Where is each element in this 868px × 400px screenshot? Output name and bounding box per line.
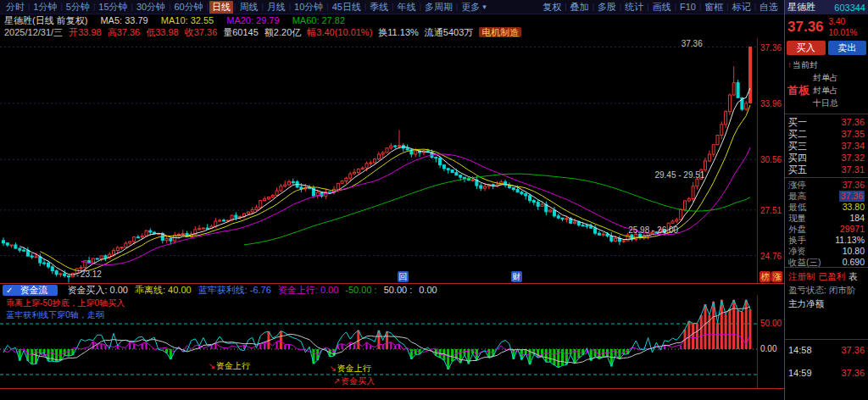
bid-row-3: 买三37.34 <box>788 140 865 152</box>
period-toolbar: 分时|1分钟|5分钟|15分钟|30分钟|60分钟|日线|周线|月线|10分钟|… <box>0 0 784 14</box>
signal-text: 资金买入 <box>341 376 375 386</box>
bid-label: 买一 <box>788 116 807 128</box>
ohlc-part-4: 收37.36 <box>185 27 218 37</box>
bid-price: 37.31 <box>841 164 865 175</box>
stat-label: 净资 <box>788 246 806 257</box>
stat-label: 换手 <box>788 235 806 246</box>
stat-row-外盘: 外盘29971 <box>788 224 865 235</box>
sidebar-divider <box>785 177 868 178</box>
period-tab-月线[interactable]: 月线 <box>264 1 288 14</box>
price-block: 37.36 3.40 10.01% <box>787 16 866 40</box>
ohlc-part-2: 高37.36 <box>108 27 141 37</box>
seal-rows: 封单占封单占十日总 <box>813 71 838 109</box>
chart-title: 星德胜(日线 前复权) <box>4 15 87 25</box>
seal-row-2: 十日总 <box>813 97 838 109</box>
event-marker-财[interactable]: 财 <box>511 271 522 282</box>
signal-label-2: ↗资金买入 <box>333 375 375 387</box>
tick-time: 14:58 <box>788 344 812 356</box>
stat-value: 184 <box>849 213 865 224</box>
period-tab-45日线[interactable]: 45日线 <box>330 1 364 14</box>
period-tab-季线[interactable]: 季线 <box>367 1 391 14</box>
reg-part-2[interactable]: 表 <box>849 271 858 281</box>
tool-F10[interactable]: F10 <box>677 2 698 12</box>
stock-trading-terminal: 分时|1分钟|5分钟|15分钟|30分钟|60分钟|日线|周线|月线|10分钟|… <box>0 0 868 400</box>
buy-button[interactable]: 买入 <box>787 41 826 55</box>
period-tab-分时[interactable]: 分时 <box>3 1 27 14</box>
period-tab-周线[interactable]: 周线 <box>236 1 260 14</box>
indicator-param-2: 蓝牢获利线: -6.76 <box>198 285 271 295</box>
tick-price: 37.36 <box>841 367 865 379</box>
indicator-axis: 50.000.00 <box>757 295 784 388</box>
ohlc-part-9: 流通5403万 <box>425 27 473 37</box>
sell-button[interactable]: 卖出 <box>828 41 867 55</box>
tool-复权[interactable]: 复权 <box>540 1 564 14</box>
stat-value: 10.80 <box>843 246 865 257</box>
axis-badge-涨[interactable]: 涨 <box>771 271 782 282</box>
indicator-param-0: 资金买入: 0.00 <box>67 285 128 295</box>
reg-part-0: 注册制 <box>788 271 815 281</box>
sidebar-divider <box>785 114 868 114</box>
chart-annotation-2: 25.98 - 26.00 <box>628 225 678 235</box>
period-tab-1分钟[interactable]: 1分钟 <box>31 1 59 14</box>
bid-price: 37.36 <box>841 116 865 128</box>
period-tab-10分钟[interactable]: 10分钟 <box>292 1 326 14</box>
bid-row-2: 买二37.35 <box>788 128 865 140</box>
candlestick-chart[interactable]: 37.3629.45 - 29.5125.98 - 26.00→23.12 回财 <box>0 38 757 283</box>
period-tab-多周期[interactable]: 多周期 <box>422 1 455 14</box>
period-tab-日线[interactable]: 日线 <box>209 1 233 14</box>
period-tab-5分钟[interactable]: 5分钟 <box>64 1 92 14</box>
ohlc-part-10[interactable]: 电机制造 <box>479 27 521 37</box>
period-tab-年线[interactable]: 年线 <box>395 1 419 14</box>
price-axis: 榜涨 37.3633.9630.5627.5124.76 <box>757 38 784 283</box>
tool-画线[interactable]: 画线 <box>650 1 674 14</box>
ohlc-part-0: 2025/12/31/三 <box>4 27 63 37</box>
stat-row-净资: 净资10.80 <box>788 246 865 257</box>
limit-seal-block: ↑当前封 首板 封单占封单占十日总 <box>787 58 866 112</box>
sidebar-stock-header: 星德胜 603344 <box>785 0 868 14</box>
stat-row-最低: 最低33.80 <box>788 202 865 213</box>
more-menu[interactable]: 更多 <box>459 1 482 14</box>
signal-label-1: ↘资金上行 <box>329 363 370 375</box>
chart-indicator-divider <box>0 283 784 284</box>
candlestick-svg <box>0 38 757 283</box>
ohlc-part-6: 额2.20亿 <box>264 27 301 37</box>
period-tab-30分钟[interactable]: 30分钟 <box>134 1 168 14</box>
signal-arrow-icon: ↗ <box>333 376 340 386</box>
tool-自选[interactable]: 自选 <box>757 1 781 14</box>
bid-price: 37.32 <box>841 152 865 164</box>
indicator-panel[interactable]: 乖离上穿-50抄底，上穿0轴买入蓝牢获利线下穿0轴，走弱↘资金上行↘资金上行↗资… <box>0 295 757 388</box>
axis-badge-榜[interactable]: 榜 <box>760 271 771 282</box>
bid-row-4: 买四37.32 <box>788 152 865 164</box>
main-flow-label: 主力净额 <box>788 297 865 310</box>
tool-叠加[interactable]: 叠加 <box>568 1 592 14</box>
stat-row-现量: 现量184 <box>788 213 865 224</box>
tool-标记[interactable]: 标记 <box>730 1 754 14</box>
tool-统计[interactable]: 统计 <box>622 1 646 14</box>
indicator-name: 资金流 <box>19 285 47 295</box>
stat-rows: 涨停37.36最高37.36最低33.80现量184外盘29971换手11.13… <box>788 180 865 268</box>
price-change: 3.40 <box>829 16 858 27</box>
stat-value: 37.36 <box>843 180 865 191</box>
indicator-param-5: 50.00 : <box>384 285 413 295</box>
indicator-note-0: 乖离上穿-50抄底，上穿0轴买入 <box>6 297 125 309</box>
tick-list: 14:5837.3614:5937.36 <box>788 344 865 390</box>
event-marker-回[interactable]: 回 <box>398 271 409 282</box>
last-price: 37.36 <box>787 16 824 38</box>
bid-price: 37.34 <box>841 140 865 152</box>
period-tab-15分钟[interactable]: 15分钟 <box>96 1 130 14</box>
check-icon: ✓ <box>6 286 13 295</box>
tick-price: 37.36 <box>841 344 865 356</box>
tool-多股[interactable]: 多股 <box>595 1 619 14</box>
sidebar-divider <box>785 267 868 268</box>
period-tab-60分钟[interactable]: 60分钟 <box>171 1 205 14</box>
up-arrow-icon: ↑ <box>787 60 792 69</box>
tool-menu: 复权|叠加|多股|统计|画线|F10|窗框|标记|自选 <box>540 1 781 14</box>
price-tick-33.96: 33.96 <box>760 99 782 108</box>
tick-row-1: 14:5937.36 <box>788 367 865 379</box>
tool-窗框[interactable]: 窗框 <box>702 1 726 14</box>
indicator-tick-0.00: 0.00 <box>760 344 776 353</box>
price-tick-37.36: 37.36 <box>760 43 782 53</box>
price-tick-27.51: 27.51 <box>760 206 782 215</box>
stock-code: 603344 <box>834 3 865 13</box>
board-label: 首板 <box>787 71 813 109</box>
